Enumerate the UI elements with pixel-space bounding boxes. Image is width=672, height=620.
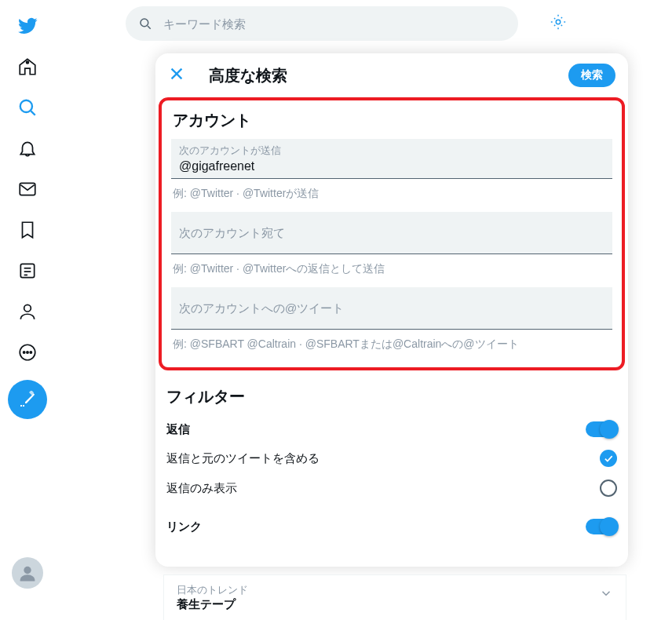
avatar[interactable] — [12, 557, 43, 589]
home-icon[interactable] — [8, 47, 47, 86]
svg-point-8 — [24, 305, 31, 312]
compose-button[interactable] — [8, 380, 47, 419]
mention-hint: 例: @SFBART @Caltrain · @SFBARTまたは@Caltra… — [162, 330, 622, 363]
trend-title: 養生テープ — [177, 597, 613, 612]
links-toggle[interactable] — [586, 519, 617, 534]
close-icon[interactable] — [168, 65, 185, 86]
svg-point-11 — [26, 352, 27, 353]
to-accounts-field[interactable]: 次のアカウント宛て — [171, 212, 612, 254]
more-icon[interactable] — [8, 333, 47, 372]
modal-body: アカウント 次のアカウントが送信 例: @Twitter · @Twitterが… — [155, 97, 628, 567]
from-accounts-field[interactable]: 次のアカウントが送信 — [171, 139, 612, 179]
sidebar — [0, 0, 55, 620]
notifications-icon[interactable] — [8, 129, 47, 168]
modal-header: 高度な検索 検索 — [155, 53, 628, 97]
trend-region: 日本のトレンド — [177, 583, 613, 597]
search-box[interactable] — [126, 6, 518, 41]
links-row: リンク — [155, 512, 628, 541]
svg-point-13 — [24, 567, 31, 574]
mention-label: 次のアカウントへの@ツイート — [179, 301, 344, 316]
from-hint: 例: @Twitter · @Twitterが送信 — [162, 179, 622, 212]
replies-label: 返信 — [166, 422, 586, 437]
main: 高度な検索 検索 アカウント 次のアカウントが送信 例: @Twitter · … — [55, 0, 672, 620]
only-replies-row: 返信のみ表示 — [155, 473, 628, 503]
chevron-down-icon[interactable] — [599, 586, 613, 604]
profile-icon[interactable] — [8, 292, 47, 331]
links-label: リンク — [166, 520, 586, 534]
svg-point-1 — [20, 100, 31, 112]
modal-title: 高度な検索 — [209, 65, 568, 86]
search-icon[interactable] — [8, 88, 47, 127]
svg-point-12 — [30, 352, 31, 353]
replies-row: 返信 — [155, 415, 628, 443]
trend-card[interactable]: 日本のトレンド 養生テープ — [163, 574, 626, 620]
svg-point-10 — [23, 352, 24, 353]
replies-toggle[interactable] — [586, 421, 617, 437]
filter-section: フィルター 返信 返信と元のツイートを含める 返信のみ表示 — [155, 370, 628, 547]
mention-accounts-field[interactable]: 次のアカウントへの@ツイート — [171, 287, 612, 330]
svg-line-15 — [148, 26, 151, 29]
account-section: アカウント 次のアカウントが送信 例: @Twitter · @Twitterが… — [159, 97, 625, 370]
messages-icon[interactable] — [8, 170, 47, 209]
svg-point-14 — [141, 19, 148, 27]
include-replies-label: 返信と元のツイートを含める — [166, 451, 600, 466]
to-label: 次のアカウント宛て — [179, 226, 285, 241]
filter-heading: フィルター — [155, 377, 628, 415]
to-hint: 例: @Twitter · @Twitterへの返信として送信 — [162, 254, 622, 287]
only-replies-label: 返信のみ表示 — [166, 481, 600, 496]
advanced-search-modal: 高度な検索 検索 アカウント 次のアカウントが送信 例: @Twitter · … — [155, 53, 628, 567]
bookmarks-icon[interactable] — [8, 210, 47, 250]
svg-point-16 — [556, 20, 561, 24]
from-label: 次のアカウントが送信 — [179, 144, 604, 158]
search-button[interactable]: 検索 — [568, 64, 615, 87]
include-replies-row: 返信と元のツイートを含める — [155, 443, 628, 473]
twitter-logo[interactable] — [8, 6, 47, 46]
svg-point-0 — [26, 61, 28, 64]
svg-line-2 — [31, 111, 35, 115]
gear-icon[interactable] — [550, 13, 567, 34]
search-input[interactable] — [163, 17, 506, 31]
account-heading: アカウント — [162, 100, 622, 139]
from-input[interactable] — [179, 158, 604, 175]
lists-icon[interactable] — [8, 251, 47, 290]
search-glyph-icon — [138, 16, 152, 31]
search-row — [55, 0, 672, 47]
only-replies-radio[interactable] — [600, 480, 617, 497]
include-replies-radio[interactable] — [600, 450, 617, 467]
